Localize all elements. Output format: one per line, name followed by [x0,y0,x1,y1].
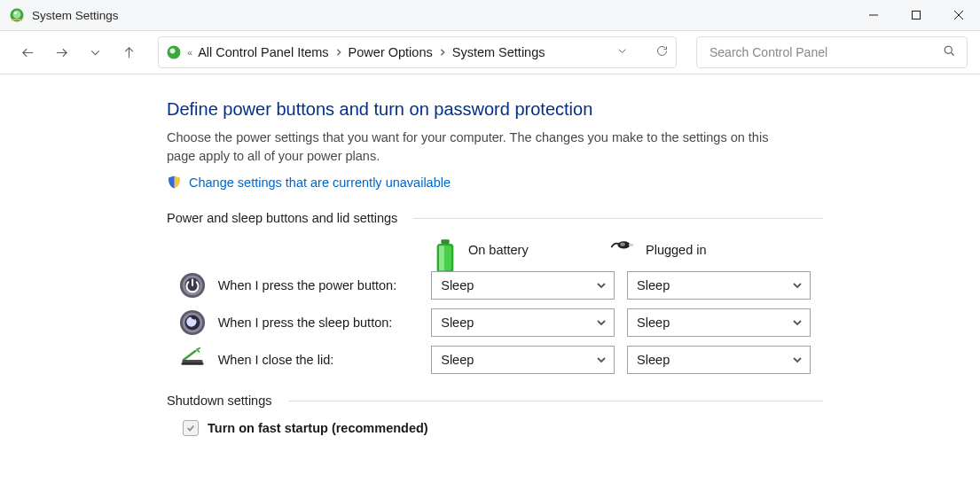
search-box[interactable] [696,36,968,68]
maximize-button[interactable] [895,0,937,30]
nav-forward-button[interactable] [46,37,76,67]
svg-line-13 [951,52,953,55]
breadcrumb-item-power[interactable]: Power Options [349,45,433,59]
sleep-button-icon [179,309,206,336]
nav-bar: « All Control Panel Items Power Options … [0,31,980,74]
refresh-button[interactable] [655,44,669,60]
chevron-down-icon [792,280,803,291]
svg-rect-28 [181,362,203,364]
svg-point-2 [14,12,17,14]
power-button-battery-select[interactable]: Sleep [431,271,615,300]
chevron-down-icon [596,280,607,291]
lid-battery-select[interactable]: Sleep [431,346,615,374]
nav-history-dropdown[interactable] [80,37,110,67]
breadcrumb-item-all[interactable]: All Control Panel Items [198,45,328,59]
close-button[interactable] [937,0,980,30]
breadcrumb-overflow-icon[interactable]: « [187,47,192,58]
app-icon [9,7,25,23]
window-title: System Settings [32,9,119,22]
svg-point-11 [170,49,176,54]
power-button-icon [179,272,206,299]
svg-rect-14 [441,239,449,244]
nav-up-button[interactable] [114,37,144,67]
row-label: When I press the power button: [218,278,432,292]
chevron-right-icon [334,45,343,59]
lid-plugged-select[interactable]: Sleep [627,346,811,374]
search-icon[interactable] [943,44,956,60]
minimize-button[interactable] [852,0,895,30]
nav-back-button[interactable] [12,37,43,67]
control-panel-icon [166,44,182,60]
search-input[interactable] [708,44,915,60]
breadcrumb[interactable]: « All Control Panel Items Power Options … [158,36,677,68]
content-pane: Define power buttons and turn on passwor… [0,74,823,436]
svg-point-1 [13,11,21,19]
page-heading: Define power buttons and turn on passwor… [167,99,823,120]
chevron-down-icon [596,355,607,365]
section-shutdown: Shutdown settings [167,394,823,408]
row-close-lid: When I close the lid: Sleep Sleep [167,346,823,374]
column-headers: On battery Plugged in [167,238,823,262]
sleep-button-plugged-select[interactable]: Sleep [627,308,811,337]
chevron-right-icon [438,45,447,59]
breadcrumb-item-current[interactable]: System Settings [452,45,545,59]
chevron-down-icon [596,317,607,328]
section-buttons-lid: Power and sleep buttons and lid settings [167,211,823,225]
breadcrumb-history-dropdown[interactable] [615,44,629,60]
sleep-button-battery-select[interactable]: Sleep [431,308,615,337]
page-description: Choose the power settings that you want … [167,129,788,166]
chevron-down-icon [792,355,803,365]
row-label: When I close the lid: [218,353,432,367]
fast-startup-row: Turn on fast startup (recommended) [183,420,823,436]
row-label: When I press the sleep button: [218,316,432,330]
column-on-battery: On battery [433,238,610,262]
power-button-plugged-select[interactable]: Sleep [627,271,811,300]
svg-rect-20 [629,244,633,246]
title-bar: System Settings [0,0,980,31]
row-power-button: When I press the power button: Sleep Sle… [167,271,823,300]
column-plugged-in: Plugged in [610,238,788,262]
row-sleep-button: When I press the sleep button: Sleep Sle… [167,308,823,337]
fast-startup-checkbox[interactable] [183,420,199,436]
plug-icon [610,238,635,262]
svg-rect-4 [913,12,921,19]
chevron-down-icon [792,317,803,328]
change-settings-link[interactable]: Change settings that are currently unava… [189,175,451,190]
shield-icon [167,175,182,190]
svg-point-19 [620,243,625,246]
laptop-lid-icon [179,347,206,373]
svg-point-12 [945,46,952,53]
battery-icon [433,238,458,262]
fast-startup-label: Turn on fast startup (recommended) [208,421,428,435]
svg-rect-17 [439,246,444,270]
